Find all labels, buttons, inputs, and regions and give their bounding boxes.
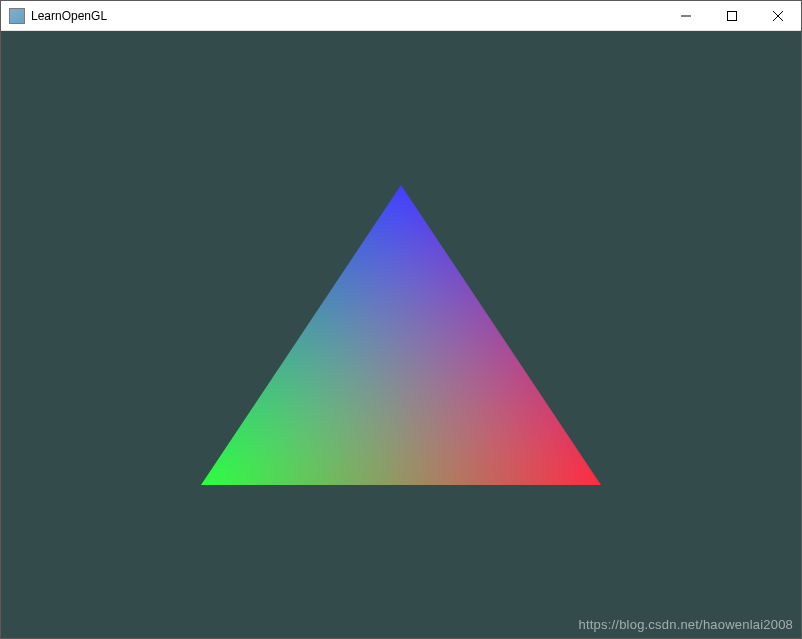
watermark-text: https://blog.csdn.net/haowenlai2008 [579,617,793,632]
svg-rect-1 [728,12,737,21]
rendered-triangle [1,31,801,638]
maximize-button[interactable] [709,1,755,31]
app-icon [9,8,25,24]
close-button[interactable] [755,1,801,31]
application-window: LearnOpenGL [0,0,802,639]
minimize-button[interactable] [663,1,709,31]
svg-rect-8 [1,31,801,638]
close-icon [773,11,783,21]
window-controls [663,1,801,30]
window-title: LearnOpenGL [31,1,107,31]
title-bar[interactable]: LearnOpenGL [1,1,801,31]
minimize-icon [681,11,691,21]
opengl-viewport: https://blog.csdn.net/haowenlai2008 [1,31,801,638]
maximize-icon [727,11,737,21]
